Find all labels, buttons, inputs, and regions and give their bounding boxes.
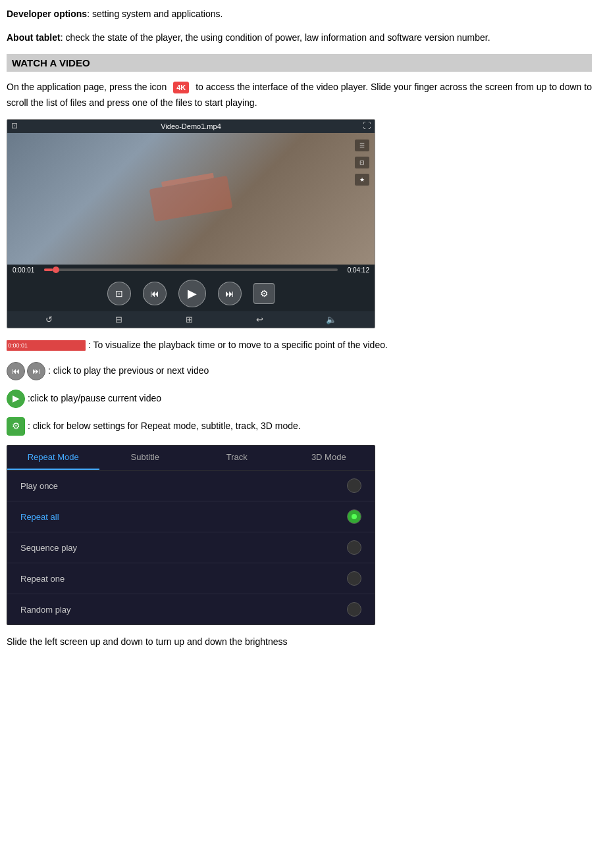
tab-subtitle[interactable]: Subtitle: [99, 446, 192, 470]
video-title-icons: ⛶: [363, 121, 371, 130]
progress-track: [44, 268, 338, 271]
return-icon: ↩: [256, 315, 263, 324]
time-start: 0:00:01: [13, 267, 40, 274]
screenshot-ctrl-icon[interactable]: ⊡: [107, 282, 131, 305]
video-filename: Video-Demo1.mp4: [161, 122, 221, 130]
watch-video-text1: On the application page, press the icon: [7, 82, 167, 92]
developer-options-para: Developer options: setting system and ap…: [7, 7, 592, 22]
brightness-text: Slide the left screen up and down to tur…: [7, 634, 592, 650]
about-tablet-bold: About tablet: [7, 32, 61, 43]
settings-tabs: Repeat Mode Subtitle Track 3D Mode: [7, 446, 375, 471]
4k-player-icon: 4K: [173, 80, 189, 95]
bookmark-icon: ☰: [355, 140, 369, 151]
radio-random-play[interactable]: [347, 602, 361, 617]
next-icon-inline: ⏭: [27, 362, 45, 380]
prev-button[interactable]: ⏮: [143, 282, 167, 305]
radio-sequence-play[interactable]: [347, 540, 361, 555]
tab-3d-mode[interactable]: 3D Mode: [283, 446, 375, 470]
prev-next-desc-text: : click to play the previous or next vid…: [48, 365, 209, 376]
tab-repeat-mode[interactable]: Repeat Mode: [7, 446, 99, 470]
crop-icon: ⊟: [115, 315, 122, 324]
play-pause-desc-para: ▶ :click to play/pause current video: [7, 390, 592, 408]
settings-row-label: Sequence play: [20, 543, 77, 553]
settings-row-sequence-play[interactable]: Sequence play: [7, 532, 375, 563]
settings-row-label: Repeat all: [20, 512, 59, 522]
audio-icon: 🔈: [326, 315, 336, 324]
radio-repeat-all[interactable]: [347, 509, 361, 524]
settings-icon-inline: ⚙: [7, 417, 25, 436]
progress-bar-inline-icon: [7, 340, 86, 351]
settings-panel-screenshot: Repeat Mode Subtitle Track 3D Mode Play …: [7, 445, 375, 625]
progress-desc-para: : To visualize the playback time or to m…: [7, 338, 592, 353]
prev-next-desc-para: ⏮ ⏭ : click to play the previous or next…: [7, 362, 592, 380]
settings-desc-text: : click for below settings for Repeat mo…: [28, 421, 301, 431]
video-bottom-icons: ↺ ⊟ ⊞ ↩ 🔈: [7, 311, 375, 328]
video-player-screenshot: ⊡ Video-Demo1.mp4 ⛶ ☰ ⊡ ★ 0:00:01 0:04:1…: [7, 119, 375, 328]
settings-row-label: Repeat one: [20, 574, 65, 584]
video-corner-icon-left: ⊡: [11, 121, 18, 130]
developer-options-rest: : setting system and applications.: [87, 9, 223, 19]
settings-row-label: Random play: [20, 605, 71, 615]
radio-play-once[interactable]: [347, 478, 361, 493]
rotate-left-icon: ↺: [45, 315, 53, 324]
brightness-text-content: Slide the left screen up and down to tur…: [7, 636, 288, 647]
progress-fill: [44, 268, 53, 271]
screenshot-icon: ⊡: [355, 157, 369, 168]
loop-icon: ⊞: [186, 315, 193, 324]
progress-thumb: [53, 267, 59, 273]
time-end: 0:04:12: [342, 267, 369, 274]
about-tablet-rest: : check the state of the player, the usi…: [61, 32, 490, 43]
prev-icon-inline: ⏮: [7, 362, 25, 380]
play-icon-inline: ▶: [7, 390, 25, 408]
fullscreen-icon: ⛶: [363, 121, 371, 130]
watch-video-description: On the application page, press the icon …: [7, 80, 592, 111]
settings-row-play-once[interactable]: Play once: [7, 471, 375, 501]
video-time-bar: 0:00:01 0:04:12: [7, 265, 375, 276]
star-icon: ★: [355, 174, 369, 186]
video-main-area: ☰ ⊡ ★: [7, 133, 375, 265]
video-controls-row: ⊡ ⏮ ▶ ⏭ ⚙: [7, 276, 375, 311]
video-title-bar: ⊡ Video-Demo1.mp4 ⛶: [7, 120, 375, 133]
video-side-icons: ☰ ⊡ ★: [355, 140, 369, 186]
watch-video-header: WATCH A VIDEO: [7, 54, 592, 72]
settings-button[interactable]: ⚙: [253, 283, 275, 304]
settings-row-repeat-all[interactable]: Repeat all: [7, 501, 375, 532]
prev-next-icons: ⏮ ⏭: [7, 362, 45, 380]
about-tablet-para: About tablet: check the state of the pla…: [7, 30, 592, 46]
play-pause-button[interactable]: ▶: [178, 280, 206, 307]
play-pause-desc-text: :click to play/pause current video: [28, 393, 161, 403]
settings-row-label: Play once: [20, 481, 58, 491]
settings-desc-para: ⚙ : click for below settings for Repeat …: [7, 417, 592, 436]
tab-track[interactable]: Track: [191, 446, 283, 470]
developer-options-bold: Developer options: [7, 9, 87, 19]
settings-row-repeat-one[interactable]: Repeat one: [7, 563, 375, 594]
settings-row-random-play[interactable]: Random play: [7, 594, 375, 625]
progress-desc-text: : To visualize the playback time or to m…: [88, 340, 388, 350]
radio-repeat-one[interactable]: [347, 571, 361, 586]
next-button[interactable]: ⏭: [218, 282, 242, 305]
